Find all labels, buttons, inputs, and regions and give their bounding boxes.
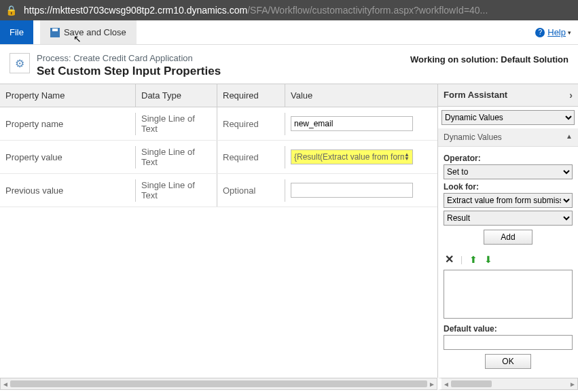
main-hscrollbar[interactable]: ◄ ►	[0, 378, 437, 390]
operator-label: Operator:	[444, 154, 573, 163]
chevron-right-icon: ›	[569, 90, 573, 101]
data-type-cell: Single Line of Text	[136, 141, 217, 173]
scrollbar-thumb[interactable]	[451, 380, 492, 387]
dynamic-values-listbox[interactable]	[444, 270, 573, 319]
grid-header-row: Property Name Data Type Required Value	[0, 84, 437, 107]
page-title: Set Custom Step Input Properties	[37, 65, 221, 78]
data-type-cell: Single Line of Text	[136, 174, 217, 207]
move-up-icon[interactable]: ⬆	[469, 254, 477, 265]
data-type-cell: Single Line of Text	[136, 107, 217, 140]
property-name-cell: Property name	[0, 113, 136, 135]
previous-value-input[interactable]	[291, 183, 413, 198]
property-name-cell: Previous value	[0, 179, 136, 202]
side-hscrollbar[interactable]: ◄ ►	[437, 378, 578, 390]
required-cell: Required	[217, 146, 285, 168]
default-value-input[interactable]	[444, 335, 573, 350]
table-row: Property name Single Line of Text Requir…	[0, 107, 437, 141]
save-and-close-label: Save and Close	[64, 27, 126, 37]
content-area: Property Name Data Type Required Value P…	[0, 84, 578, 378]
form-assistant-header[interactable]: Form Assistant ›	[438, 84, 578, 107]
property-name-cell: Property value	[0, 146, 136, 168]
scroll-right-icon[interactable]: ►	[569, 380, 576, 388]
file-menu-button[interactable]: File	[0, 20, 33, 44]
help-label: Help	[547, 27, 566, 37]
process-icon: ⚙	[10, 53, 30, 73]
page-header: ⚙ Process: Create Credit Card Applicatio…	[0, 45, 578, 84]
scroll-right-icon[interactable]: ►	[429, 380, 435, 388]
operator-select[interactable]: Set to	[444, 164, 573, 179]
delete-icon[interactable]: ✕	[445, 253, 454, 266]
scrollbar-thumb[interactable]	[10, 380, 427, 387]
property-value-input[interactable]: {Result(Extract value from form ▲▼	[291, 149, 413, 164]
move-down-icon[interactable]: ⬇	[484, 254, 492, 265]
table-row: Property value Single Line of Text Requi…	[0, 141, 437, 174]
command-bar: File Save and Close ↖ ? Help ▾	[0, 20, 578, 45]
add-button[interactable]: Add	[484, 230, 532, 245]
default-value-label: Default value:	[444, 324, 573, 334]
save-icon	[50, 28, 60, 37]
required-cell: Required	[217, 113, 285, 135]
col-header-required: Required	[217, 84, 285, 107]
value-cell: {Result(Extract value from form ▲▼	[285, 143, 437, 171]
lock-icon: 🔒	[5, 5, 17, 16]
col-header-name: Property Name	[0, 84, 136, 107]
scroll-left-icon[interactable]: ◄	[443, 380, 450, 388]
property-name-input[interactable]	[291, 116, 413, 131]
solution-label: Working on solution: Default Solution	[410, 53, 568, 78]
scroll-left-icon[interactable]: ◄	[2, 380, 9, 388]
lookfor-label: Look for:	[444, 182, 573, 192]
help-link[interactable]: ? Help ▾	[535, 20, 571, 44]
properties-grid: Property Name Data Type Required Value P…	[0, 84, 437, 378]
list-toolbar: ✕ | ⬆ ⬇	[444, 249, 573, 270]
help-icon: ?	[535, 28, 545, 37]
lookfor-attribute-select[interactable]: Result	[444, 211, 573, 226]
browser-address-bar: 🔒 https://mkttest0703cwsg908tp2.crm10.dy…	[0, 0, 578, 20]
spinner-icon[interactable]: ▲▼	[404, 153, 410, 161]
table-row: Previous value Single Line of Text Optio…	[0, 174, 437, 207]
required-cell: Optional	[217, 179, 285, 202]
col-header-value: Value	[285, 84, 437, 107]
lookfor-entity-select[interactable]: Extract value from form submission	[444, 193, 573, 208]
ok-button[interactable]: OK	[485, 354, 530, 369]
dynamic-values-header[interactable]: Dynamic Values ▲	[438, 128, 578, 147]
value-cell	[285, 110, 437, 137]
breadcrumb: Process: Create Credit Card Application	[37, 53, 221, 63]
value-cell	[285, 177, 437, 204]
chevron-down-icon: ▾	[568, 29, 571, 36]
collapse-icon: ▲	[566, 132, 573, 142]
form-assistant-panel: Form Assistant › Dynamic Values Dynamic …	[437, 84, 578, 378]
assistant-section-select[interactable]: Dynamic Values	[441, 110, 575, 125]
horizontal-scrollbars: ◄ ► ◄ ►	[0, 378, 578, 390]
url-text: https://mkttest0703cwsg908tp2.crm10.dyna…	[24, 5, 488, 16]
save-and-close-button[interactable]: Save and Close ↖	[40, 20, 137, 44]
col-header-type: Data Type	[136, 84, 217, 107]
